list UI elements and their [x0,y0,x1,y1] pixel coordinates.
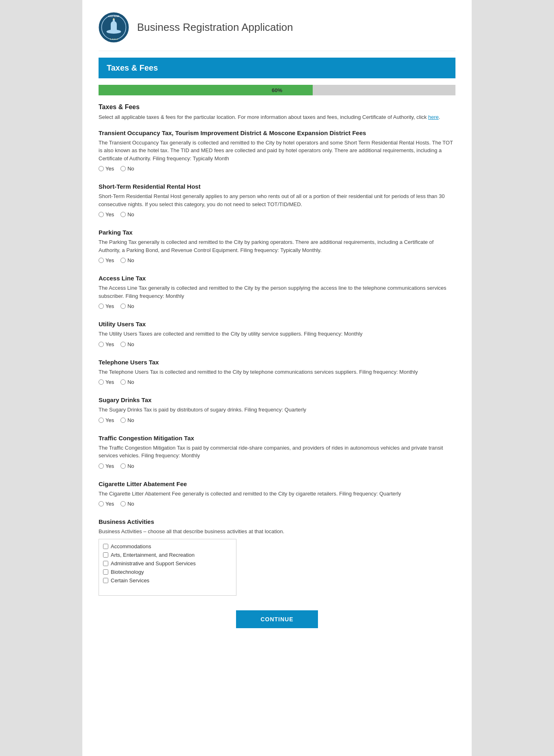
radio-no-label-cigarette: No [127,501,134,507]
radio-yes-cigarette[interactable]: Yes [99,501,114,507]
tax-section-parking: Parking Tax The Parking Tax generally is… [99,229,455,266]
radio-yes-label-utility: Yes [105,341,114,347]
radio-no-utility[interactable]: No [120,341,134,347]
radio-no-label-utility: No [127,341,134,347]
tax-section-access: Access Line Tax The Access Line Tax gene… [99,275,455,312]
radio-no-strr[interactable]: No [120,211,134,218]
radio-input-no-parking[interactable] [120,258,126,263]
radio-input-no-tot[interactable] [120,166,126,171]
radio-group-access: Yes No [99,303,455,309]
business-activity-item-0[interactable]: Accommodations [103,543,232,549]
tax-desc-sugary: The Sugary Drinks Tax is paid by distrib… [99,406,455,414]
radio-input-no-access[interactable] [120,304,126,309]
radio-input-yes-sugary[interactable] [99,418,104,423]
tax-title-traffic: Traffic Congestion Mitigation Tax [99,435,455,442]
radio-input-no-strr[interactable] [120,212,126,217]
radio-yes-tot[interactable]: Yes [99,166,114,172]
radio-input-no-traffic[interactable] [120,463,126,469]
radio-no-tot[interactable]: No [120,166,134,172]
tax-desc-traffic: The Traffic Congestion Mitigation Tax is… [99,444,455,460]
radio-input-yes-utility[interactable] [99,342,104,347]
taxes-fees-description: Select all applicable taxes & fees for t… [99,113,455,121]
radio-yes-label-cigarette: Yes [105,501,114,507]
radio-yes-access[interactable]: Yes [99,303,114,309]
radio-input-yes-telephone[interactable] [99,379,104,385]
radio-input-yes-access[interactable] [99,304,104,309]
logo: ★ ★ ★ ★ LOGO NAME [99,12,129,43]
tax-title-telephone: Telephone Users Tax [99,359,455,366]
radio-no-telephone[interactable]: No [120,379,134,385]
radio-no-traffic[interactable]: No [120,463,134,469]
radio-input-no-utility[interactable] [120,342,126,347]
radio-group-utility: Yes No [99,341,455,347]
business-activity-label-1: Arts, Entertainment, and Recreation [111,552,195,558]
radio-yes-sugary[interactable]: Yes [99,417,114,423]
business-activity-checkbox-1[interactable] [103,552,108,558]
taxes-fees-title: Taxes & Fees [99,103,455,111]
tax-section-tot: Transient Occupancy Tax, Tourism Improve… [99,129,455,174]
page-wrapper: ★ ★ ★ ★ LOGO NAME Business Registration … [82,0,472,756]
business-activity-item-4[interactable]: Certain Services [103,577,232,584]
business-activity-item-1[interactable]: Arts, Entertainment, and Recreation [103,552,232,558]
radio-no-label-access: No [127,303,134,309]
radio-group-cigarette: Yes No [99,501,455,507]
radio-input-yes-parking[interactable] [99,258,104,263]
radio-group-strr: Yes No [99,211,455,218]
radio-yes-label-access: Yes [105,303,114,309]
business-activities-description: Business Activities – choose all that de… [99,528,455,536]
radio-no-label-telephone: No [127,379,134,385]
radio-input-yes-cigarette[interactable] [99,501,104,506]
business-activity-label-3: Biotechnology [111,569,144,575]
business-activities-box[interactable]: AccommodationsArts, Entertainment, and R… [99,539,236,596]
radio-input-yes-traffic[interactable] [99,463,104,469]
progress-bar-container: 60% [99,85,455,95]
radio-yes-label-strr: Yes [105,211,114,218]
radio-input-no-cigarette[interactable] [120,501,126,506]
radio-no-label-strr: No [127,211,134,218]
radio-yes-label-traffic: Yes [105,463,114,469]
radio-yes-telephone[interactable]: Yes [99,379,114,385]
radio-no-sugary[interactable]: No [120,417,134,423]
radio-yes-strr[interactable]: Yes [99,211,114,218]
tax-title-tot: Transient Occupancy Tax, Tourism Improve… [99,129,455,136]
radio-no-label-parking: No [127,257,134,263]
tax-title-cigarette: Cigarette Litter Abatement Fee [99,480,455,487]
radio-group-tot: Yes No [99,166,455,172]
business-activity-checkbox-0[interactable] [103,544,108,549]
tax-desc-strr: Short-Term Residential Rental Host gener… [99,192,455,208]
business-activity-checkbox-2[interactable] [103,561,108,566]
radio-yes-parking[interactable]: Yes [99,257,114,263]
tax-desc-cigarette: The Cigarette Litter Abatement Fee gener… [99,490,455,498]
tax-section-traffic: Traffic Congestion Mitigation Tax The Tr… [99,435,455,472]
radio-no-cigarette[interactable]: No [120,501,134,507]
radio-input-yes-tot[interactable] [99,166,104,171]
business-activity-item-2[interactable]: Administrative and Support Services [103,560,232,566]
business-activity-label-2: Administrative and Support Services [111,560,196,566]
tax-desc-tot: The Transient Occupancy Tax generally is… [99,139,455,163]
radio-input-yes-strr[interactable] [99,212,104,217]
radio-yes-label-parking: Yes [105,257,114,263]
business-activity-label-4: Certain Services [111,577,149,584]
radio-no-access[interactable]: No [120,303,134,309]
header: ★ ★ ★ ★ LOGO NAME Business Registration … [99,8,455,51]
continue-button[interactable]: CONTINUE [236,610,318,628]
radio-no-parking[interactable]: No [120,257,134,263]
radio-input-no-telephone[interactable] [120,379,126,385]
business-activity-checkbox-4[interactable] [103,578,108,583]
radio-yes-utility[interactable]: Yes [99,341,114,347]
radio-yes-traffic[interactable]: Yes [99,463,114,469]
business-activity-item-3[interactable]: Biotechnology [103,569,232,575]
radio-input-no-sugary[interactable] [120,418,126,423]
radio-group-traffic: Yes No [99,463,455,469]
tax-title-utility: Utility Users Tax [99,321,455,327]
tax-title-parking: Parking Tax [99,229,455,236]
radio-yes-label-tot: Yes [105,166,114,172]
svg-point-6 [113,18,115,20]
tax-title-strr: Short-Term Residential Rental Host [99,183,455,190]
intro-section: Taxes & Fees Select all applicable taxes… [99,103,455,121]
radio-no-label-traffic: No [127,463,134,469]
svg-text:★ ★ ★ ★: ★ ★ ★ ★ [110,38,118,40]
business-activity-label-0: Accommodations [111,543,151,549]
taxes-fees-link[interactable]: here [428,114,439,120]
business-activity-checkbox-3[interactable] [103,569,108,575]
